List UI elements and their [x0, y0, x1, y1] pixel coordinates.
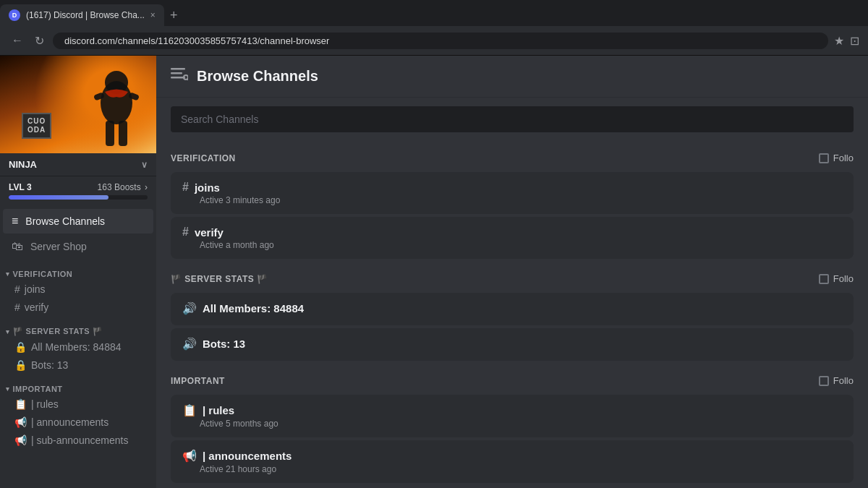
channel-name-bots: Bots: 13: [31, 359, 68, 371]
category-header-server-stats[interactable]: ▾ 🏴 SERVER STATS 🏴: [0, 322, 156, 338]
svg-rect-2: [106, 121, 114, 146]
progress-bar-background: [9, 195, 148, 200]
section-server-stats: 🏴 SERVER STATS 🏴 Follo 🔊 All Members: 84…: [156, 262, 868, 364]
back-button[interactable]: ←: [9, 31, 26, 50]
announce-channel-icon: 📢: [14, 435, 27, 446]
rules-channel-icon: 📋: [182, 403, 197, 417]
refresh-button[interactable]: ↻: [32, 31, 47, 51]
server-shop-icon: 🛍: [12, 240, 23, 253]
channel-item-joins[interactable]: # joins: [3, 281, 153, 298]
svg-rect-6: [171, 68, 185, 70]
toolbar-icons: ★ ⊡: [834, 34, 859, 48]
text-channel-icon: #: [14, 283, 20, 295]
boost-arrow-icon: ›: [145, 182, 148, 192]
channel-name-rules: | rules: [31, 398, 59, 410]
follow-checkbox-server-stats: [819, 274, 829, 284]
search-input[interactable]: [171, 106, 854, 132]
section-title-verification: VERIFICATION: [171, 153, 236, 163]
tab-favicon: D: [9, 9, 20, 21]
channel-item-verify[interactable]: # verify: [3, 299, 153, 316]
svg-rect-3: [119, 121, 127, 146]
sidebar-item-browse-channels[interactable]: ≡ Browse Channels: [3, 209, 153, 234]
channel-name-sub-announcements: | sub-announcements: [31, 435, 128, 446]
channel-item-announcements[interactable]: 📢 | announcements: [3, 414, 153, 431]
banner-logo: CUO ODA: [22, 113, 51, 139]
locked-channel-icon: 🔒: [14, 359, 27, 371]
text-channel-icon: #: [14, 301, 20, 313]
channel-card-verify[interactable]: # verify Active a month ago: [171, 217, 854, 259]
channel-name-joins: joins: [25, 283, 46, 295]
tab-close-button[interactable]: ×: [150, 10, 156, 20]
server-chevron-icon: ∨: [141, 160, 148, 170]
browse-header: Browse Channels: [156, 56, 868, 98]
category-verification: ▾ VERIFICATION # joins # verify: [0, 262, 156, 320]
follow-server-stats-button[interactable]: Follo: [819, 273, 854, 284]
chevron-down-icon: ▾: [6, 385, 10, 393]
category-header-verification[interactable]: ▾ VERIFICATION: [0, 265, 156, 280]
follow-label-important: Follo: [833, 375, 854, 386]
channel-card-name-all-members: 🔊 All Members: 84884: [182, 301, 842, 315]
boosts-text[interactable]: 163 Boosts ›: [98, 182, 148, 192]
announce-channel-icon: 📢: [14, 416, 27, 428]
follow-important-button[interactable]: Follo: [819, 375, 854, 386]
channel-card-rules[interactable]: 📋 | rules Active 5 months ago: [171, 395, 854, 437]
level-info: LVL 3 163 Boosts ›: [9, 182, 148, 192]
channel-card-all-members[interactable]: 🔊 All Members: 84884: [171, 293, 854, 325]
address-bar[interactable]: [53, 33, 828, 49]
section-header-important: IMPORTANT Follo: [156, 364, 868, 392]
channel-card-bots[interactable]: 🔊 Bots: 13: [171, 328, 854, 361]
sidebar-item-server-shop[interactable]: 🛍 Server Shop: [3, 234, 153, 259]
address-bar-row: ← ↻ ★ ⊡: [0, 26, 868, 55]
channel-item-all-members[interactable]: 🔒 All Members: 84884: [3, 338, 153, 356]
browse-channels-icon: ≡: [12, 215, 18, 228]
rules-channel-icon: 📋: [14, 398, 27, 410]
chevron-down-icon: ▾: [6, 328, 10, 335]
svg-line-10: [188, 80, 189, 82]
channel-item-rules[interactable]: 📋 | rules: [3, 395, 153, 413]
server-shop-label: Server Shop: [30, 241, 87, 252]
category-header-important[interactable]: ▾ IMPORTANT: [0, 380, 156, 395]
browser-chrome: D (1617) Discord | Browse Cha... × + ← ↻…: [0, 0, 868, 56]
channel-card-label-verify: verify: [195, 226, 224, 239]
tab-title: (1617) Discord | Browse Cha...: [26, 10, 145, 20]
follow-verification-button[interactable]: Follo: [819, 153, 854, 163]
channel-card-label-rules: | rules: [203, 404, 234, 416]
app-layout: CUO ODA NINJA ∨ LVL 3 163 Boosts ›: [0, 56, 868, 488]
channel-card-label-all-members: All Members: 84884: [203, 302, 304, 314]
bookmark-button[interactable]: ★: [834, 34, 844, 48]
level-bar-section: LVL 3 163 Boosts ›: [0, 176, 156, 205]
hash-icon: #: [182, 226, 189, 239]
channel-card-activity-rules: Active 5 months ago: [182, 419, 842, 429]
section-important: IMPORTANT Follo 📋 | rules Active 5 month…: [156, 364, 868, 486]
follow-checkbox-important: [819, 376, 829, 386]
browse-channels-label: Browse Channels: [25, 215, 105, 227]
category-name-important: IMPORTANT: [13, 385, 63, 393]
channel-item-bots[interactable]: 🔒 Bots: 13: [3, 356, 153, 374]
extensions-button[interactable]: ⊡: [850, 34, 859, 48]
channel-card-name-announcements: 📢 | announcements: [182, 449, 842, 463]
channel-card-announcements[interactable]: 📢 | announcements Active 21 hours ago: [171, 440, 854, 483]
announce-channel-icon: 📢: [182, 449, 197, 463]
section-header-verification: VERIFICATION Follo: [156, 141, 868, 169]
follow-label-server-stats: Follo: [833, 273, 854, 284]
search-bar-container: [156, 98, 868, 141]
locked-channel-icon: 🔒: [14, 341, 27, 353]
browse-channels-title: Browse Channels: [197, 68, 318, 85]
channel-name-all-members: All Members: 84884: [31, 341, 122, 353]
main-content: Browse Channels VERIFICATION Follo # joi…: [156, 56, 868, 488]
channel-card-name-bots: 🔊 Bots: 13: [182, 337, 842, 351]
voice-channel-icon: 🔊: [182, 337, 197, 351]
follow-checkbox-verification: [819, 153, 829, 163]
channel-card-joins[interactable]: # joins Active 3 minutes ago: [171, 172, 854, 214]
channel-card-activity-joins: Active 3 minutes ago: [182, 195, 842, 205]
channel-card-label-announcements: | announcements: [203, 450, 292, 462]
channel-name-verify: verify: [25, 301, 48, 313]
server-name-bar[interactable]: NINJA ∨: [0, 153, 156, 176]
voice-channel-icon: 🔊: [182, 301, 197, 315]
active-tab[interactable]: D (1617) Discord | Browse Cha... ×: [0, 4, 164, 26]
tab-bar: D (1617) Discord | Browse Cha... × +: [0, 0, 868, 26]
section-verification: VERIFICATION Follo # joins Active 3 minu…: [156, 141, 868, 262]
new-tab-button[interactable]: +: [164, 8, 184, 23]
sidebar: CUO ODA NINJA ∨ LVL 3 163 Boosts ›: [0, 56, 156, 488]
channel-item-sub-announcements[interactable]: 📢 | sub-announcements: [3, 432, 153, 449]
